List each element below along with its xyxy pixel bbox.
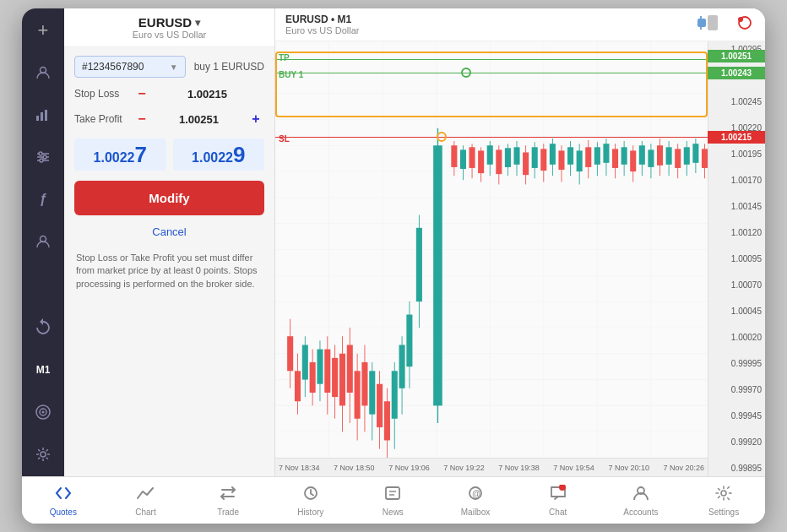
accounts-label: Accounts — [623, 508, 658, 517]
svg-rect-125 — [657, 145, 663, 166]
svg-rect-105 — [567, 147, 573, 165]
svg-rect-1 — [36, 116, 39, 121]
trade-icon — [219, 485, 237, 506]
svg-rect-113 — [603, 144, 609, 163]
svg-rect-15 — [697, 19, 706, 27]
svg-point-13 — [42, 411, 45, 414]
trade-label: Trade — [217, 508, 239, 517]
price-display: 1.00227 1.00229 — [74, 135, 264, 174]
stop-loss-decrease-button[interactable]: − — [133, 86, 150, 101]
svg-rect-16 — [708, 15, 718, 30]
sidebar-icon-m1[interactable]: M1 — [30, 356, 57, 383]
chart-icon-1[interactable] — [697, 15, 718, 34]
nav-item-history[interactable]: History — [287, 481, 334, 520]
svg-rect-55 — [332, 358, 338, 397]
sidebar-icon-target[interactable] — [30, 399, 57, 426]
nav-item-mailbox[interactable]: @ Mailbox — [452, 481, 499, 520]
left-sidebar: + — [22, 8, 64, 476]
sidebar-icon-settings-bottom[interactable] — [30, 441, 57, 468]
chart-nav-label: Chart — [135, 508, 155, 517]
history-label: History — [297, 508, 323, 517]
price-label-3: 1.00245 — [712, 97, 762, 106]
chart-area: EURUSD • M1 Euro vs US Dollar — [275, 8, 765, 476]
buy-price-line — [275, 73, 708, 73]
price-label-16: 0.99920 — [712, 437, 762, 447]
chart-icon-2[interactable] — [735, 15, 755, 34]
svg-point-144 — [721, 491, 726, 496]
time-label-8: 7 Nov 20:26 — [663, 464, 704, 472]
quotes-label: Quotes — [50, 508, 77, 517]
cancel-link[interactable]: Cancel — [74, 222, 264, 242]
pair-symbol: EURUSD — [138, 15, 192, 30]
order-select[interactable]: #1234567890 ▼ — [74, 56, 186, 78]
sl-price-badge: 1.00215 — [708, 131, 765, 144]
price-label-15: 0.99945 — [712, 411, 762, 421]
bid-price-box: 1.00227 — [74, 138, 166, 171]
svg-rect-107 — [577, 150, 583, 171]
sidebar-icon-currency[interactable]: ƒ — [30, 186, 57, 213]
ask-price: 1.00229 — [180, 144, 258, 166]
take-profit-label: Take Profit — [74, 113, 133, 125]
sidebar-icon-refresh[interactable] — [30, 314, 57, 341]
order-form: #1234567890 ▼ buy 1 EURUSD Stop Loss − 1… — [64, 47, 274, 302]
svg-rect-3 — [45, 110, 47, 121]
nav-item-news[interactable]: News — [369, 481, 416, 520]
sidebar-icon-plus[interactable]: + — [30, 17, 57, 44]
take-profit-decrease-button[interactable]: − — [133, 111, 150, 127]
nav-item-accounts[interactable]: Accounts — [616, 481, 665, 520]
tp-label: TP — [279, 53, 290, 62]
price-label-5: 1.00195 — [712, 149, 762, 159]
modify-button[interactable]: Modify — [74, 181, 264, 215]
svg-rect-89 — [496, 149, 502, 174]
time-label-3: 7 Nov 19:06 — [388, 464, 430, 472]
sidebar-icon-person[interactable] — [30, 59, 57, 86]
svg-rect-133 — [692, 144, 698, 163]
chart-title: EURUSD • M1 — [285, 14, 359, 25]
nav-item-settings[interactable]: Settings — [700, 481, 747, 520]
time-label-5: 7 Nov 19:38 — [498, 464, 540, 472]
svg-rect-87 — [487, 145, 493, 165]
svg-text:@: @ — [472, 489, 480, 498]
stop-loss-value: 1.00215 — [150, 88, 264, 100]
svg-rect-2 — [41, 112, 43, 121]
nav-item-chart[interactable]: Chart — [122, 481, 169, 520]
svg-rect-77 — [416, 228, 422, 301]
take-profit-value: 1.00251 — [150, 113, 247, 126]
svg-rect-135 — [702, 149, 708, 168]
quotes-icon — [54, 485, 73, 506]
nav-item-trade[interactable]: Trade — [204, 481, 252, 520]
svg-rect-109 — [585, 147, 591, 167]
sidebar-icon-chart[interactable] — [30, 101, 57, 128]
center-panel: EURUSD ▾ Euro vs US Dollar #1234567890 ▼… — [64, 8, 275, 476]
pair-subtitle: Euro vs US Dollar — [74, 30, 264, 40]
chart-nav-icon — [136, 485, 155, 506]
chat-label: Chat — [549, 508, 567, 517]
svg-rect-99 — [540, 149, 546, 171]
svg-rect-111 — [594, 147, 600, 165]
nav-item-quotes[interactable]: Quotes — [40, 481, 87, 520]
svg-rect-131 — [684, 147, 690, 165]
sidebar-icon-sliders[interactable] — [30, 144, 57, 171]
svg-rect-57 — [339, 354, 345, 406]
price-label-13: 0.99995 — [712, 359, 762, 368]
mailbox-label: Mailbox — [461, 508, 490, 517]
sl-price-line — [275, 137, 708, 138]
svg-rect-97 — [532, 147, 538, 168]
svg-rect-119 — [630, 150, 636, 171]
chart-body: TP BUY 1 SL 1.00251 1.00243 — [275, 41, 765, 476]
take-profit-increase-button[interactable]: + — [247, 111, 264, 127]
svg-rect-71 — [392, 371, 398, 418]
pair-arrow[interactable]: ▾ — [195, 17, 200, 29]
svg-rect-73 — [399, 345, 405, 388]
price-label-11: 1.00045 — [712, 307, 762, 316]
time-label-4: 7 Nov 19:22 — [443, 464, 485, 472]
bottom-nav: Quotes Chart Trade — [22, 476, 765, 524]
main-content: + — [22, 8, 765, 476]
svg-rect-61 — [355, 371, 361, 418]
nav-item-chat[interactable]: Chat — [535, 481, 582, 520]
take-profit-row: Take Profit − 1.00251 + — [74, 110, 264, 128]
svg-rect-95 — [523, 152, 529, 175]
info-text: Stop Loss or Take Profit you set must di… — [74, 248, 264, 294]
sidebar-icon-account2[interactable] — [30, 228, 57, 255]
mailbox-icon: @ — [466, 485, 485, 506]
